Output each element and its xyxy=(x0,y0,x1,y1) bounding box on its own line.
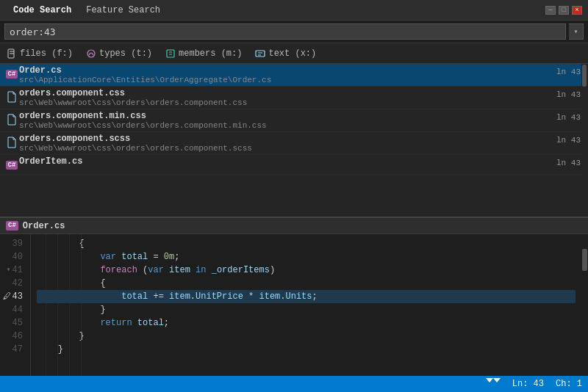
result-filename-2: orders.component.min.css xyxy=(19,111,556,121)
result-path-1: src\Web\wwwroot\css\orders\orders.compon… xyxy=(19,98,556,107)
status-ln: Ln: 43 xyxy=(512,379,544,389)
title-tabs: Code Search Feature Search xyxy=(6,2,168,18)
result-ln-2: ln 43 xyxy=(556,111,584,122)
line-num-39: 39 xyxy=(0,237,26,250)
result-item-2[interactable]: orders.component.min.css src\Web\wwwroot… xyxy=(0,109,588,132)
line-numbers: 39 40 ▾41 42 🖊43 44 45 46 47 xyxy=(0,234,31,376)
tab-feature-search[interactable]: Feature Search xyxy=(79,2,168,18)
results-scrollbar-thumb[interactable] xyxy=(582,65,587,87)
result-path-0: src\ApplicationCore\Entities\OrderAggreg… xyxy=(19,76,556,84)
cs-badge-icon-4: C# xyxy=(4,158,19,173)
result-path-3: src\Web\wwwroot\css\orders\orders.compon… xyxy=(19,144,556,153)
result-item-0[interactable]: C# Order.cs src\ApplicationCore\Entities… xyxy=(0,64,588,87)
result-filename-4: OrderItem.cs xyxy=(19,156,556,167)
status-bar: Ln: 43 Ch: 1 xyxy=(0,376,588,392)
result-ln-1: ln 43 xyxy=(556,88,584,99)
result-content-0: Order.cs src\ApplicationCore\Entities\Or… xyxy=(19,65,556,84)
file-icon-1 xyxy=(4,90,19,104)
filter-members[interactable]: members (m:) xyxy=(163,48,244,59)
window-controls: — □ × xyxy=(545,6,582,15)
line-num-42: 42 xyxy=(0,277,26,290)
close-button[interactable]: × xyxy=(572,6,582,15)
svg-rect-7 xyxy=(256,51,265,57)
result-ln-4: ln 43 xyxy=(556,156,584,167)
line-num-46: 46 xyxy=(0,330,26,343)
line-num-40: 40 xyxy=(0,250,26,264)
result-content-2: orders.component.min.css src\Web\wwwroot… xyxy=(19,111,556,130)
svg-marker-10 xyxy=(486,378,493,382)
members-icon xyxy=(165,48,176,59)
svg-point-3 xyxy=(87,50,95,57)
file-icon xyxy=(7,48,17,59)
svg-marker-11 xyxy=(493,378,501,382)
filter-text[interactable]: text (x:) xyxy=(253,48,318,59)
line-num-43: 🖊43 xyxy=(0,290,26,303)
code-panel-title: Order.cs xyxy=(23,221,65,231)
cs-badge-icon-0: C# xyxy=(4,67,19,81)
code-line-43: total += item.UnitPrice * item.Units; xyxy=(37,290,576,303)
svg-rect-4 xyxy=(167,50,174,57)
result-item-1[interactable]: orders.component.css src\Web\wwwroot\css… xyxy=(0,87,588,109)
title-bar: Code Search Feature Search — □ × xyxy=(0,0,588,21)
results-scrollbar[interactable] xyxy=(581,64,588,217)
filter-tabs: files (f:) types (t:) members (m:) xyxy=(0,43,588,64)
result-filename-0: Order.cs xyxy=(19,65,556,76)
line-num-41: ▾41 xyxy=(0,264,26,277)
search-bar: ▾ xyxy=(0,21,588,43)
code-line-41: foreach (var item in _orderItems) xyxy=(37,264,576,277)
search-input-wrap xyxy=(4,23,566,40)
result-filename-1: orders.component.css xyxy=(19,88,556,98)
search-input[interactable] xyxy=(10,26,561,37)
result-content-3: orders.component.scss src\Web\wwwroot\cs… xyxy=(19,134,556,153)
code-line-40: var total = 0m; xyxy=(37,250,576,264)
maximize-button[interactable]: □ xyxy=(559,6,569,15)
tab-code-search[interactable]: Code Search xyxy=(6,2,79,18)
status-arrows xyxy=(486,378,501,390)
minimize-button[interactable]: — xyxy=(545,6,556,15)
code-line-42: { xyxy=(37,277,576,290)
types-icon xyxy=(86,48,96,59)
filter-types[interactable]: types (t:) xyxy=(84,48,154,59)
result-ln-0: ln 43 xyxy=(556,65,584,76)
results-panel[interactable]: C# Order.cs src\ApplicationCore\Entities… xyxy=(0,64,588,218)
code-panel-header: C# Order.cs xyxy=(0,218,588,234)
text-icon xyxy=(255,48,265,59)
line-num-47: 47 xyxy=(0,343,26,356)
code-line-45: return total; xyxy=(37,316,576,330)
code-line-39: { xyxy=(37,237,576,250)
result-content-4: OrderItem.cs xyxy=(19,156,556,167)
code-line-47: } xyxy=(37,343,576,356)
filter-files[interactable]: files (f:) xyxy=(4,48,75,59)
code-panel-body: 39 40 ▾41 42 🖊43 44 45 46 47 { xyxy=(0,234,588,376)
result-path-2: src\Web\wwwroot\css\orders\orders.compon… xyxy=(19,121,556,130)
result-ln-3: ln 43 xyxy=(556,134,584,145)
file-icon-3 xyxy=(4,135,19,150)
result-filename-3: orders.component.scss xyxy=(19,134,556,144)
code-content: { var total = 0m; foreach (var item in _… xyxy=(31,234,581,376)
code-scrollbar-thumb[interactable] xyxy=(582,249,587,271)
code-panel-badge: C# xyxy=(6,221,18,231)
app-container: Code Search Feature Search — □ × ▾ xyxy=(0,0,588,392)
code-scrollbar[interactable] xyxy=(581,234,588,376)
file-icon-2 xyxy=(4,112,19,127)
status-ch: Ch: 1 xyxy=(556,379,582,389)
result-content-1: orders.component.css src\Web\wwwroot\css… xyxy=(19,88,556,107)
code-line-46: } xyxy=(37,330,576,343)
result-item-4[interactable]: C# OrderItem.cs ln 43 xyxy=(0,155,588,175)
line-num-45: 45 xyxy=(0,316,26,330)
code-line-44: } xyxy=(37,303,576,316)
search-dropdown-button[interactable]: ▾ xyxy=(569,23,584,40)
result-item-3[interactable]: orders.component.scss src\Web\wwwroot\cs… xyxy=(0,132,588,155)
line-num-44: 44 xyxy=(0,303,26,316)
